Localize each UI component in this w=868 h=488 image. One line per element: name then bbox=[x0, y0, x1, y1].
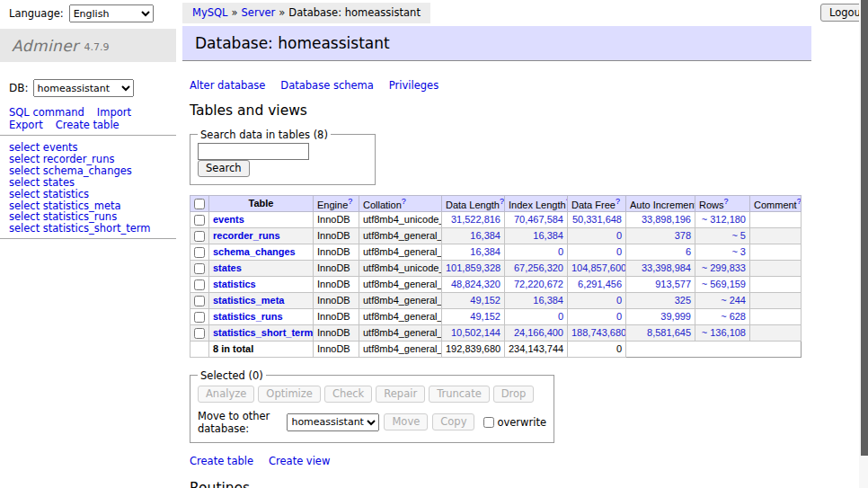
comment-cell bbox=[750, 227, 802, 244]
statistics-short-term-index-length-link[interactable]: 24,166,400 bbox=[514, 327, 563, 338]
states-rows-link[interactable]: ~ 299,833 bbox=[702, 262, 746, 273]
events-rows-link[interactable]: ~ 312,180 bbox=[702, 214, 746, 225]
help-link-data-free[interactable]: ? bbox=[616, 197, 620, 206]
select-checkbox-schema-changes[interactable] bbox=[194, 247, 205, 258]
breadcrumb-link-server[interactable]: Server bbox=[242, 6, 276, 19]
scrollbar-thumb[interactable] bbox=[861, 0, 868, 456]
statistics-runs-auto-increment-link[interactable]: 39,999 bbox=[660, 311, 691, 322]
sidebar-table-link-select-statistics-short-term[interactable]: select statistics_short_term bbox=[9, 223, 176, 235]
create-link-create-view[interactable]: Create view bbox=[269, 455, 330, 467]
truncate-button[interactable]: Truncate bbox=[429, 386, 490, 403]
statistics-runs-index-length-link[interactable]: 0 bbox=[558, 311, 563, 322]
statistics-runs-data-length-link[interactable]: 49,152 bbox=[470, 311, 500, 322]
check-button[interactable]: Check bbox=[324, 386, 372, 403]
column-header-index-length: Index Length bbox=[509, 199, 566, 209]
scrollbar[interactable] bbox=[859, 0, 868, 488]
table-link-statistics[interactable]: statistics bbox=[213, 279, 256, 289]
statistics-short-term-data-free-link[interactable]: 188,743,680 bbox=[571, 327, 626, 338]
help-link-engine[interactable]: ? bbox=[348, 197, 352, 206]
overwrite-checkbox[interactable] bbox=[483, 417, 494, 428]
copy-button[interactable]: Copy bbox=[432, 413, 474, 430]
events-data-length-link[interactable]: 31,522,816 bbox=[451, 214, 500, 225]
recorder-runs-auto-increment-link[interactable]: 378 bbox=[675, 230, 691, 241]
help-link-collation[interactable]: ? bbox=[402, 197, 406, 206]
events-index-length-link[interactable]: 70,467,584 bbox=[514, 214, 563, 225]
select-checkbox-recorder-runs[interactable] bbox=[194, 231, 205, 242]
statistics-meta-data-length-link[interactable]: 49,152 bbox=[470, 295, 500, 306]
schema-changes-rows-link[interactable]: ~ 3 bbox=[731, 246, 746, 257]
analyze-button[interactable]: Analyze bbox=[198, 386, 254, 403]
sidebar-link-import[interactable]: Import bbox=[97, 106, 131, 119]
sidebar-table-link-select-statistics[interactable]: select statistics bbox=[9, 189, 176, 200]
statistics-rows-link[interactable]: ~ 569,159 bbox=[702, 279, 746, 289]
select-checkbox-statistics-meta[interactable] bbox=[194, 296, 205, 306]
table-link-states[interactable]: states bbox=[213, 262, 242, 273]
sidebar-table-link-select-schema-changes[interactable]: select schema_changes bbox=[9, 165, 176, 177]
select-checkbox-states[interactable] bbox=[194, 263, 205, 274]
select-checkbox-statistics-short-term[interactable] bbox=[194, 328, 205, 339]
table-link-schema-changes[interactable]: schema_changes bbox=[213, 246, 296, 257]
sidebar-table-link-select-recorder-runs[interactable]: select recorder_runs bbox=[9, 154, 176, 165]
states-index-length-link[interactable]: 67,256,320 bbox=[514, 262, 563, 273]
statistics-data-free-link[interactable]: 6,291,456 bbox=[578, 279, 622, 289]
table-link-events[interactable]: events bbox=[213, 214, 244, 225]
language-select[interactable]: English bbox=[69, 4, 154, 22]
statistics-short-term-data-length-link[interactable]: 10,502,144 bbox=[451, 327, 500, 338]
events-auto-increment-link[interactable]: 33,898,196 bbox=[642, 214, 691, 225]
statistics-meta-auto-increment-link[interactable]: 325 bbox=[675, 295, 691, 306]
search-input[interactable] bbox=[198, 143, 309, 160]
select-checkbox-statistics[interactable] bbox=[194, 279, 205, 290]
schema-changes-data-free-link[interactable]: 0 bbox=[616, 246, 622, 257]
action-link-privileges[interactable]: Privileges bbox=[389, 79, 438, 92]
db-select[interactable]: homeassistant bbox=[33, 79, 134, 97]
select-all-checkbox[interactable] bbox=[194, 199, 205, 209]
statistics-runs-data-free-link[interactable]: 0 bbox=[616, 311, 622, 322]
breadcrumb: MySQL»Server»Database: homeassistant bbox=[182, 3, 430, 23]
statistics-runs-rows-link[interactable]: ~ 628 bbox=[721, 311, 746, 322]
sidebar-link-export[interactable]: Export bbox=[9, 119, 43, 131]
sidebar-table-link-select-states[interactable]: select states bbox=[9, 177, 176, 189]
statistics-auto-increment-link[interactable]: 913,577 bbox=[655, 279, 691, 289]
table-link-statistics-runs[interactable]: statistics_runs bbox=[213, 311, 283, 322]
action-link-database-schema[interactable]: Database schema bbox=[280, 79, 373, 92]
sidebar-table-link-select-events[interactable]: select events bbox=[9, 142, 176, 154]
action-link-alter-database[interactable]: Alter database bbox=[190, 79, 265, 92]
schema-changes-auto-increment-link[interactable]: 6 bbox=[686, 246, 691, 257]
schema-changes-index-length-link[interactable]: 0 bbox=[558, 246, 563, 257]
move-button[interactable]: Move bbox=[384, 413, 428, 430]
schema-changes-data-length-link[interactable]: 16,384 bbox=[470, 246, 500, 257]
statistics-meta-rows-link[interactable]: ~ 244 bbox=[721, 295, 746, 306]
statistics-data-length-link[interactable]: 48,824,320 bbox=[451, 279, 500, 289]
statistics-short-term-auto-increment-link[interactable]: 8,581,645 bbox=[647, 327, 691, 338]
help-link-rows[interactable]: ? bbox=[724, 197, 729, 206]
breadcrumb-link-mysql[interactable]: MySQL bbox=[192, 6, 228, 19]
help-link-data-length[interactable]: ? bbox=[500, 197, 504, 206]
states-auto-increment-link[interactable]: 33,398,984 bbox=[642, 262, 691, 273]
help-link-comment[interactable]: ? bbox=[797, 197, 802, 206]
search-button[interactable]: Search bbox=[198, 160, 250, 177]
drop-button[interactable]: Drop bbox=[493, 386, 535, 403]
repair-button[interactable]: Repair bbox=[376, 386, 425, 403]
move-database-select[interactable]: homeassistant bbox=[287, 413, 379, 431]
sidebar-link-create-table[interactable]: Create table bbox=[56, 119, 120, 131]
table-link-statistics-meta[interactable]: statistics_meta bbox=[213, 295, 285, 306]
recorder-runs-data-free-link[interactable]: 0 bbox=[616, 230, 622, 241]
table-link-statistics-short-term[interactable]: statistics_short_term bbox=[213, 327, 313, 338]
states-data-length-link[interactable]: 101,859,328 bbox=[446, 262, 500, 273]
optimize-button[interactable]: Optimize bbox=[258, 386, 321, 403]
select-checkbox-events[interactable] bbox=[194, 215, 205, 226]
recorder-runs-index-length-link[interactable]: 16,384 bbox=[533, 230, 563, 241]
events-data-free-link[interactable]: 50,331,648 bbox=[572, 214, 622, 225]
statistics-index-length-link[interactable]: 72,220,672 bbox=[514, 279, 563, 289]
collation-cell: utf8mb4_general_ci bbox=[359, 324, 442, 341]
sidebar-link-sql-command[interactable]: SQL command bbox=[9, 106, 84, 119]
statistics-meta-data-free-link[interactable]: 0 bbox=[616, 295, 622, 306]
create-link-create-table[interactable]: Create table bbox=[190, 455, 253, 467]
statistics-meta-index-length-link[interactable]: 16,384 bbox=[533, 295, 563, 306]
recorder-runs-data-length-link[interactable]: 16,384 bbox=[470, 230, 500, 241]
table-link-recorder-runs[interactable]: recorder_runs bbox=[213, 230, 280, 241]
recorder-runs-rows-link[interactable]: ~ 5 bbox=[731, 230, 746, 241]
states-data-free-link[interactable]: 104,857,600 bbox=[571, 262, 626, 273]
statistics-short-term-rows-link[interactable]: ~ 136,108 bbox=[702, 327, 746, 338]
select-checkbox-statistics-runs[interactable] bbox=[194, 312, 205, 323]
